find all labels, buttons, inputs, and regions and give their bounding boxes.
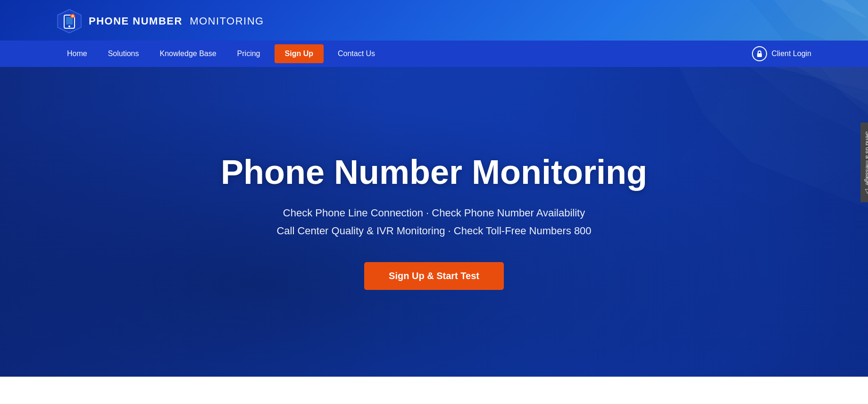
svg-point-5 bbox=[70, 14, 75, 18]
svg-rect-8 bbox=[757, 53, 762, 57]
nav-bar: Home Solutions Knowledge Base Pricing Si… bbox=[0, 41, 868, 67]
brand-logo-text: PHONE NUMBER MONITORING bbox=[89, 15, 264, 27]
send-message-label: Send us a message bbox=[865, 131, 868, 185]
nav-links: Home Solutions Knowledge Base Pricing Si… bbox=[57, 41, 385, 67]
lock-icon bbox=[752, 46, 767, 61]
svg-point-6 bbox=[72, 15, 74, 17]
svg-marker-1 bbox=[59, 11, 79, 31]
send-message-tab[interactable]: Send us a message ▷ bbox=[861, 123, 868, 202]
nav-pricing[interactable]: Pricing bbox=[227, 41, 271, 67]
svg-rect-3 bbox=[66, 17, 73, 25]
hero-subtitle: Check Phone Line Connection · Check Phon… bbox=[221, 204, 647, 239]
side-tab-icon: ▷ bbox=[865, 189, 868, 194]
svg-marker-0 bbox=[58, 9, 81, 33]
svg-point-7 bbox=[72, 16, 73, 16]
hero-cta-button[interactable]: Sign Up & Start Test bbox=[364, 262, 504, 290]
top-bar: PHONE NUMBER MONITORING bbox=[0, 0, 868, 41]
nav-solutions[interactable]: Solutions bbox=[98, 41, 150, 67]
hero-subtitle-line1: Check Phone Line Connection · Check Phon… bbox=[221, 204, 647, 222]
brand-logo-icon bbox=[57, 8, 82, 34]
hero-subtitle-line2: Call Center Quality & IVR Monitoring · C… bbox=[221, 222, 647, 239]
client-login[interactable]: Client Login bbox=[752, 46, 812, 61]
nav-signup[interactable]: Sign Up bbox=[275, 44, 324, 63]
nav-home[interactable]: Home bbox=[57, 41, 98, 67]
svg-rect-2 bbox=[64, 15, 75, 28]
hero-title: Phone Number Monitoring bbox=[221, 154, 647, 191]
nav-contact[interactable]: Contact Us bbox=[327, 41, 385, 67]
hero-content: Phone Number Monitoring Check Phone Line… bbox=[202, 154, 666, 290]
hero-section: Phone Number Monitoring Check Phone Line… bbox=[0, 67, 868, 377]
svg-point-4 bbox=[68, 25, 70, 27]
nav-knowledge-base[interactable]: Knowledge Base bbox=[150, 41, 227, 67]
logo-row: PHONE NUMBER MONITORING bbox=[0, 0, 868, 41]
